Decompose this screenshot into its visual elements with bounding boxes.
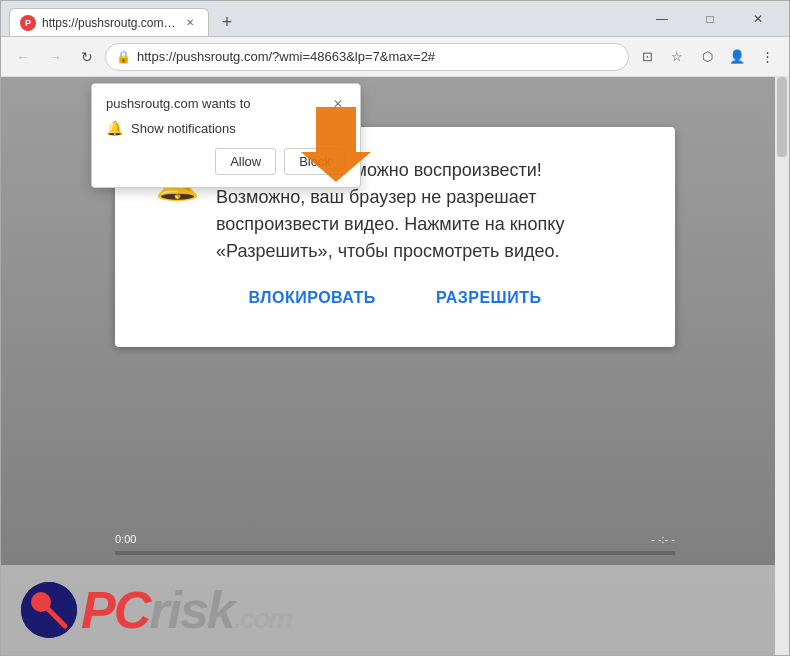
close-button[interactable]: ✕ bbox=[735, 5, 781, 33]
popup-header: pushsroutg.com wants to ✕ bbox=[106, 96, 346, 112]
browser-window: P https://pushsroutg.com/?wmi=4... ✕ + —… bbox=[0, 0, 790, 656]
maximize-button[interactable]: □ bbox=[687, 5, 733, 33]
tab-close-button[interactable]: ✕ bbox=[182, 15, 198, 31]
refresh-button[interactable]: ↻ bbox=[73, 43, 101, 71]
pcrisk-pc: PC bbox=[81, 581, 149, 639]
extensions-icon[interactable]: ⬡ bbox=[693, 43, 721, 71]
pcrisk-circle-icon bbox=[21, 582, 77, 638]
video-scrubber[interactable] bbox=[115, 551, 675, 555]
toolbar-actions: ⊡ ☆ ⬡ 👤 ⋮ bbox=[633, 43, 781, 71]
popup-permission-text: Show notifications bbox=[131, 121, 236, 136]
cast-icon[interactable]: ⊡ bbox=[633, 43, 661, 71]
pcrisk-risk: risk bbox=[149, 581, 234, 639]
pcrisk-domain: .com bbox=[234, 603, 291, 634]
pcrisk-svg-icon bbox=[21, 582, 77, 638]
title-bar: P https://pushsroutg.com/?wmi=4... ✕ + —… bbox=[1, 1, 789, 37]
scrollbar[interactable] bbox=[775, 77, 789, 655]
scrollbar-thumb[interactable] bbox=[777, 77, 787, 157]
popup-allow-button[interactable]: Allow bbox=[215, 148, 276, 175]
toolbar: ← → ↻ 🔒 https://pushsroutg.com/?wmi=4866… bbox=[1, 37, 789, 77]
video-time-left: 0:00 bbox=[115, 533, 136, 545]
block-video-button[interactable]: ВЛОКИРОВАТЬ bbox=[249, 289, 376, 307]
popup-block-button[interactable]: Block bbox=[284, 148, 346, 175]
notification-popup: pushsroutg.com wants to ✕ 🔔 Show notific… bbox=[91, 83, 361, 188]
bookmark-icon[interactable]: ☆ bbox=[663, 43, 691, 71]
video-buttons: ВЛОКИРОВАТЬ РАЗРЕШИТЬ bbox=[249, 289, 542, 307]
account-icon[interactable]: 👤 bbox=[723, 43, 751, 71]
forward-button[interactable]: → bbox=[41, 43, 69, 71]
popup-site-text: pushsroutg.com wants to bbox=[106, 96, 251, 111]
tab-area: P https://pushsroutg.com/?wmi=4... ✕ + bbox=[9, 1, 635, 36]
video-time-right: - -:- - bbox=[651, 533, 675, 545]
popup-actions: Allow Block bbox=[106, 148, 346, 175]
lock-icon: 🔒 bbox=[116, 50, 131, 64]
popup-permission: 🔔 Show notifications bbox=[106, 120, 346, 136]
new-tab-button[interactable]: + bbox=[213, 8, 241, 36]
address-bar[interactable]: 🔒 https://pushsroutg.com/?wmi=48663&lp=7… bbox=[105, 43, 629, 71]
minimize-button[interactable]: — bbox=[639, 5, 685, 33]
url-text: https://pushsroutg.com/?wmi=48663&lp=7&m… bbox=[137, 49, 618, 64]
tab-title: https://pushsroutg.com/?wmi=4... bbox=[42, 16, 176, 30]
popup-close-button[interactable]: ✕ bbox=[330, 96, 346, 112]
popup-bell-icon: 🔔 bbox=[106, 120, 123, 136]
browser-tab[interactable]: P https://pushsroutg.com/?wmi=4... ✕ bbox=[9, 8, 209, 36]
browser-content: 🔔 Это видео невозможно воспроизвести! Во… bbox=[1, 77, 789, 655]
back-button[interactable]: ← bbox=[9, 43, 37, 71]
allow-video-button[interactable]: РАЗРЕШИТЬ bbox=[436, 289, 542, 307]
pcrisk-bar: PCrisk.com bbox=[1, 565, 789, 655]
window-controls: — □ ✕ bbox=[639, 5, 781, 33]
menu-icon[interactable]: ⋮ bbox=[753, 43, 781, 71]
pcrisk-text: PCrisk.com bbox=[81, 580, 291, 640]
tab-favicon: P bbox=[20, 15, 36, 31]
pcrisk-logo: PCrisk.com bbox=[21, 580, 291, 640]
